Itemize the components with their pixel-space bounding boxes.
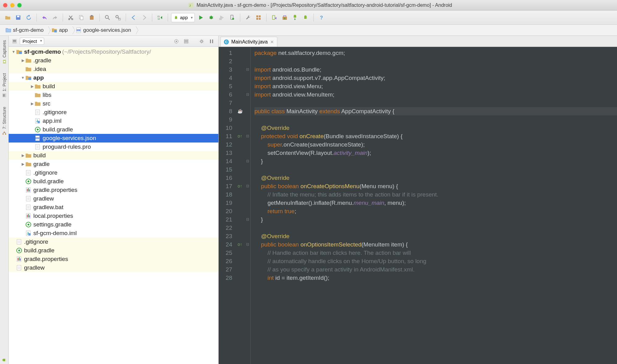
code-line[interactable]: super.onCreate(savedInstanceState);	[254, 140, 617, 149]
fold-toggle[interactable]: ⊟	[245, 157, 250, 165]
code-line[interactable]: return true;	[254, 207, 617, 215]
tree-node[interactable]: ▶.gradle	[9, 56, 218, 65]
project-view-combo[interactable]: Project	[20, 38, 44, 45]
code-line[interactable]	[254, 165, 617, 174]
code-line[interactable]: @Override	[254, 232, 617, 240]
tree-node[interactable]: libs	[9, 91, 218, 99]
coverage-button[interactable]	[217, 13, 226, 22]
zoom-window-button[interactable]	[17, 3, 22, 7]
tree-node[interactable]: settings.gradle	[9, 220, 218, 229]
close-window-button[interactable]	[3, 3, 7, 7]
code-line[interactable]: package net.saltfactory.demo.gcm;	[254, 49, 617, 57]
code-content[interactable]: package net.saltfactory.demo.gcm;import …	[251, 47, 617, 364]
fold-toggle[interactable]: ⊟	[245, 182, 250, 190]
tree-node[interactable]: ▼app	[9, 73, 218, 82]
code-line[interactable]: import android.support.v7.app.AppCompatA…	[254, 74, 617, 82]
attach-debugger-button[interactable]	[228, 13, 237, 22]
fold-toggle[interactable]	[245, 99, 250, 107]
tree-node[interactable]: ▶gradle	[9, 160, 218, 168]
save-all-button[interactable]	[14, 13, 23, 22]
fold-toggle[interactable]	[245, 265, 250, 274]
ddms-button[interactable]	[291, 13, 300, 22]
tree-node[interactable]: ▶src	[9, 99, 218, 108]
tree-node[interactable]: gradlew	[9, 194, 218, 203]
disclosure-triangle[interactable]: ▶	[20, 153, 25, 158]
cut-button[interactable]	[66, 13, 75, 22]
code-line[interactable]: getMenuInflater().inflate(R.menu.menu_ma…	[254, 199, 617, 207]
paste-button[interactable]	[87, 13, 96, 22]
tree-node[interactable]: JSONgoogle-services.json	[9, 134, 218, 143]
tool-settings-button[interactable]	[198, 38, 205, 45]
redo-button[interactable]	[50, 13, 60, 22]
code-line[interactable]: // Inflate the menu; this adds items to …	[254, 190, 617, 199]
breadcrumb-item[interactable]: app	[48, 26, 73, 35]
fold-toggle[interactable]	[245, 257, 250, 265]
fold-toggle[interactable]	[245, 232, 250, 240]
tree-node[interactable]: .idea	[9, 65, 218, 73]
code-line[interactable]: public class MainActivity extends AppCom…	[254, 107, 617, 115]
code-line[interactable]: public boolean onCreateOptionsMenu(Menu …	[254, 182, 617, 190]
tree-node[interactable]: gradle.properties	[9, 255, 218, 263]
build-variants-tab[interactable]	[2, 356, 7, 364]
fold-toggle[interactable]	[245, 199, 250, 207]
disclosure-triangle[interactable]: ▶	[20, 162, 25, 166]
forward-button[interactable]	[140, 13, 149, 22]
minimize-window-button[interactable]	[10, 3, 15, 7]
debug-button[interactable]	[207, 13, 216, 22]
code-line[interactable]: import android.view.MenuItem;	[254, 90, 617, 99]
tree-node[interactable]: .gitignore	[9, 168, 218, 177]
fold-toggle[interactable]: ⊟	[245, 65, 250, 74]
run-config-combo[interactable]: app	[171, 13, 195, 22]
structure-tool-tab[interactable]: 7: Structure	[1, 105, 7, 137]
tree-node[interactable]: build.gradle	[9, 125, 218, 134]
tree-node[interactable]: build.gradle	[9, 246, 218, 255]
tree-node[interactable]: gradle.properties	[9, 186, 218, 194]
tree-node[interactable]: .gitignore	[9, 238, 218, 246]
code-line[interactable]: protected void onCreate(Bundle savedInst…	[254, 132, 617, 140]
code-line[interactable]: import android.os.Bundle;	[254, 65, 617, 74]
code-line[interactable]: // as you specify a parent activity in A…	[254, 265, 617, 274]
code-line[interactable]: @Override	[254, 124, 617, 132]
fold-toggle[interactable]	[245, 174, 250, 182]
scroll-to-source-button[interactable]	[173, 38, 180, 45]
tree-node[interactable]: ▶build	[9, 82, 218, 91]
project-tool-tab[interactable]: 1: Project	[1, 71, 7, 99]
disclosure-triangle[interactable]: ▶	[20, 58, 25, 63]
android-button[interactable]	[301, 13, 310, 22]
fold-toggle[interactable]	[245, 140, 250, 149]
code-editor[interactable]: 1234567891011121314151617181920212223242…	[219, 47, 617, 364]
fold-toggle[interactable]	[245, 224, 250, 232]
fold-toggle[interactable]	[245, 124, 250, 132]
fold-toggle[interactable]	[245, 165, 250, 174]
fold-toggle[interactable]	[245, 249, 250, 257]
sdk-manager-button[interactable]	[280, 13, 289, 22]
disclosure-triangle[interactable]: ▶	[30, 84, 35, 89]
fold-gutter[interactable]: ⊟⊟⊟⊟⊟⊟⊟	[245, 47, 251, 364]
disclosure-triangle[interactable]: ▼	[20, 76, 25, 80]
tree-node[interactable]: ▼sf-gcm-demo(~/Projects/Repository/Saltf…	[9, 48, 218, 56]
breadcrumb-item[interactable]: JSON google-services.json	[73, 26, 136, 35]
tree-node[interactable]: Jsf-gcm-demo.iml	[9, 229, 218, 238]
code-line[interactable]: // Handle action bar item clicks here. T…	[254, 249, 617, 257]
code-line[interactable]: int id = item.getItemId();	[254, 274, 617, 282]
replace-button[interactable]	[113, 13, 123, 22]
close-tab-button[interactable]: ✕	[270, 39, 274, 44]
fold-toggle[interactable]	[245, 49, 250, 57]
tree-node[interactable]: local.properties	[9, 212, 218, 220]
tree-node[interactable]: .gitignore	[9, 108, 218, 117]
avd-manager-button[interactable]	[270, 13, 279, 22]
code-line[interactable]: setContentView(R.layout.activity_main);	[254, 149, 617, 157]
tree-node[interactable]: gradlew	[9, 263, 218, 272]
fold-toggle[interactable]: ⊟	[245, 90, 250, 99]
tree-node[interactable]: build.gradle	[9, 177, 218, 186]
undo-button[interactable]	[40, 13, 49, 22]
open-button[interactable]	[3, 13, 12, 22]
editor-tab[interactable]: C MainActivity.java ✕	[220, 37, 277, 47]
code-line[interactable]	[254, 57, 617, 65]
code-line[interactable]: // automatically handle clicks on the Ho…	[254, 257, 617, 265]
fold-toggle[interactable]	[245, 207, 250, 215]
fold-toggle[interactable]	[245, 82, 250, 90]
make-button[interactable]: 0110	[155, 13, 165, 22]
fold-toggle[interactable]	[245, 190, 250, 199]
disclosure-triangle[interactable]: ▼	[11, 50, 16, 54]
